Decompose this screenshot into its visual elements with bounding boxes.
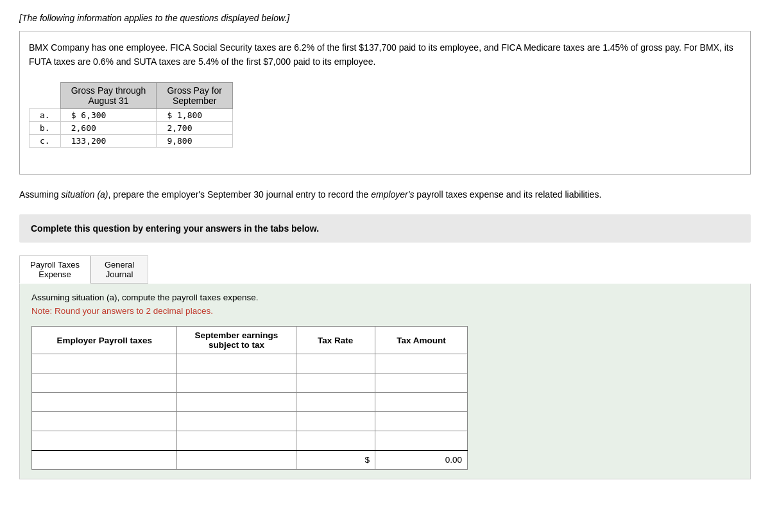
payroll-row-3 [32,393,468,412]
taxamount-cell-3 [375,393,467,412]
taxrate-cell-2 [296,373,375,393]
total-label [32,450,177,470]
employer-input-4[interactable] [37,416,171,426]
payroll-row-2 [32,373,468,393]
september-input-2[interactable] [182,378,290,388]
employer-cell-5 [32,431,177,450]
taxrate-cell-5 [296,431,375,450]
row-label-c: c. [30,134,61,147]
col1-header: Gross Pay through August 31 [60,82,157,108]
tab-payroll-taxes-expense[interactable]: Payroll Taxes Expense [19,255,90,284]
header-taxamount: Tax Amount [375,327,467,354]
header-employer: Employer Payroll taxes [32,327,177,354]
tab-general-journal[interactable]: General Journal [90,255,148,284]
row-col1-a: $ 6,300 [60,108,157,121]
total-tax-amount: 0.00 [375,450,467,470]
instruction-box: Complete this question by entering your … [19,214,751,243]
taxamount-input-2[interactable] [381,378,462,388]
employer-cell-3 [32,393,177,412]
taxamount-input-3[interactable] [381,397,462,407]
assumption-text: Assuming situation (a), prepare the empl… [19,187,751,202]
taxamount-input-5[interactable] [381,436,462,445]
taxrate-input-2[interactable] [302,378,370,388]
row-col2-c: 9,800 [157,134,233,147]
row-col2-b: 2,700 [157,121,233,134]
payroll-taxes-table: Employer Payroll taxes September earning… [31,326,468,470]
employer-cell-1 [32,354,177,373]
header-september: September earningssubject to tax [177,327,296,354]
employer-input-2[interactable] [37,378,171,388]
description-text: BMX Company has one employee. FICA Socia… [29,40,741,69]
taxamount-cell-5 [375,431,467,450]
data-table-wrapper: Gross Pay through August 31 Gross Pay fo… [29,82,233,148]
total-row: $ 0.00 [32,450,468,470]
employer-cell-2 [32,373,177,393]
tab-content-payroll: Assuming situation (a), compute the payr… [19,284,751,479]
tab-note: Note: Round your answers to 2 decimal pl… [31,306,739,316]
september-input-1[interactable] [182,359,290,368]
total-dollar-sign: $ [296,450,375,470]
taxamount-cell-2 [375,373,467,393]
taxamount-cell-1 [375,354,467,373]
taxrate-input-5[interactable] [302,436,370,445]
september-cell-5 [177,431,296,450]
taxrate-cell-4 [296,412,375,431]
employer-input-3[interactable] [37,397,171,407]
row-label-b: b. [30,121,61,134]
payroll-row-5 [32,431,468,450]
employer-input-5[interactable] [37,436,171,445]
row-col1-b: 2,600 [60,121,157,134]
payroll-row-4 [32,412,468,431]
employer-input-1[interactable] [37,359,171,368]
september-cell-4 [177,412,296,431]
row-col2-a: $ 1,800 [157,108,233,121]
total-september [177,450,296,470]
intro-text: [The following information applies to th… [19,13,751,23]
table-row: c. 133,200 9,800 [30,134,233,147]
september-cell-1 [177,354,296,373]
tabs-container: Payroll Taxes Expense General Journal [19,255,751,284]
header-taxrate: Tax Rate [296,327,375,354]
september-cell-2 [177,373,296,393]
tab-description: Assuming situation (a), compute the payr… [31,293,739,302]
september-input-4[interactable] [182,416,290,426]
taxamount-cell-4 [375,412,467,431]
col2-header: Gross Pay for September [157,82,233,108]
row-label-a: a. [30,108,61,121]
gross-pay-table: Gross Pay through August 31 Gross Pay fo… [29,82,233,148]
taxrate-input-1[interactable] [302,359,370,368]
taxrate-input-3[interactable] [302,397,370,407]
row-col1-c: 133,200 [60,134,157,147]
table-row: a. $ 6,300 $ 1,800 [30,108,233,121]
september-cell-3 [177,393,296,412]
employer-cell-4 [32,412,177,431]
taxamount-input-1[interactable] [381,359,462,368]
taxrate-cell-1 [296,354,375,373]
table-row: b. 2,600 2,700 [30,121,233,134]
september-input-5[interactable] [182,436,290,445]
payroll-row-1 [32,354,468,373]
taxrate-cell-3 [296,393,375,412]
taxamount-input-4[interactable] [381,416,462,426]
taxrate-input-4[interactable] [302,416,370,426]
september-input-3[interactable] [182,397,290,407]
